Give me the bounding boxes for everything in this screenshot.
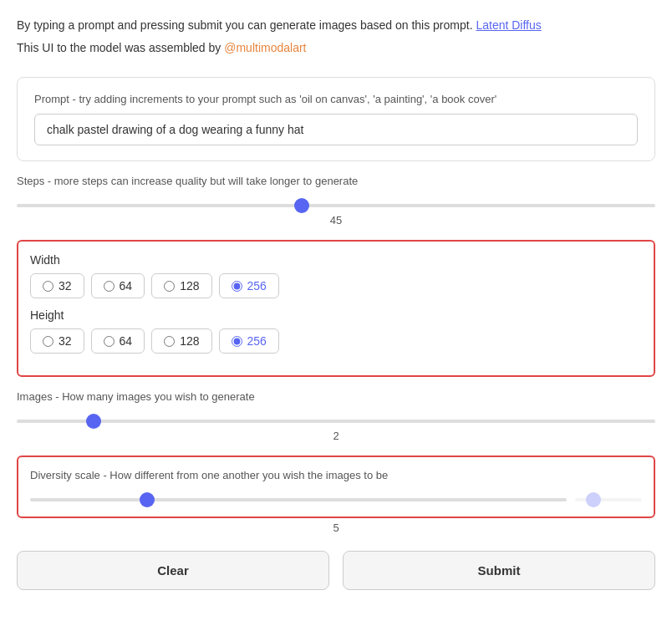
height-option-32[interactable]: 32 xyxy=(30,328,84,354)
prompt-label: Prompt - try adding increments to your p… xyxy=(34,93,638,105)
steps-label: Steps - more steps can increase quality … xyxy=(17,175,655,187)
height-option-256[interactable]: 256 xyxy=(219,328,279,354)
diversity-value: 5 xyxy=(17,522,655,534)
prompt-card: Prompt - try adding increments to your p… xyxy=(17,77,655,161)
images-value: 2 xyxy=(17,430,655,442)
buttons-row: Clear Submit xyxy=(17,551,655,590)
diversity-label: Diversity scale - How different from one… xyxy=(30,469,642,481)
height-option-128[interactable]: 128 xyxy=(151,328,211,354)
images-section: Images - How many images you wish to gen… xyxy=(17,390,655,442)
diversity-slider[interactable] xyxy=(30,498,567,501)
images-label: Images - How many images you wish to gen… xyxy=(17,390,655,403)
steps-slider-container xyxy=(17,196,655,211)
prompt-input[interactable] xyxy=(34,114,638,145)
multimodalart-link[interactable]: @multimodalart xyxy=(224,41,306,54)
intro-line2: This UI to the model was assembled by @m… xyxy=(17,39,655,57)
dimension-box: Width 32 64 128 256 Height 32 64 xyxy=(17,240,655,377)
width-label: Width xyxy=(30,253,642,267)
diversity-box: Diversity scale - How different from one… xyxy=(17,456,655,518)
images-slider-container xyxy=(17,411,655,426)
submit-button[interactable]: Submit xyxy=(343,551,655,590)
width-radio-group: 32 64 128 256 xyxy=(30,273,642,298)
height-option-64[interactable]: 64 xyxy=(91,328,145,354)
clear-button[interactable]: Clear xyxy=(17,551,329,590)
steps-section: Steps - more steps can increase quality … xyxy=(17,175,655,226)
width-option-64[interactable]: 64 xyxy=(91,273,145,298)
height-label: Height xyxy=(30,308,642,322)
diversity-slider-extra xyxy=(575,490,642,505)
images-slider[interactable] xyxy=(17,420,655,423)
width-option-32[interactable]: 32 xyxy=(30,273,84,298)
width-option-256[interactable]: 256 xyxy=(219,273,279,298)
diversity-slider-inner xyxy=(30,490,567,505)
steps-slider[interactable] xyxy=(17,204,655,207)
width-option-128[interactable]: 128 xyxy=(151,273,211,298)
diversity-slider-row xyxy=(30,490,642,505)
intro-paragraph: By typing a prompt and pressing submit y… xyxy=(17,17,655,34)
steps-value: 45 xyxy=(17,214,655,226)
latent-diffusion-link[interactable]: Latent Diffus xyxy=(476,18,541,32)
diversity-slider-secondary[interactable] xyxy=(575,498,642,501)
intro-line1: By typing a prompt and pressing submit y… xyxy=(17,18,473,32)
height-radio-group: 32 64 128 256 xyxy=(30,328,642,354)
